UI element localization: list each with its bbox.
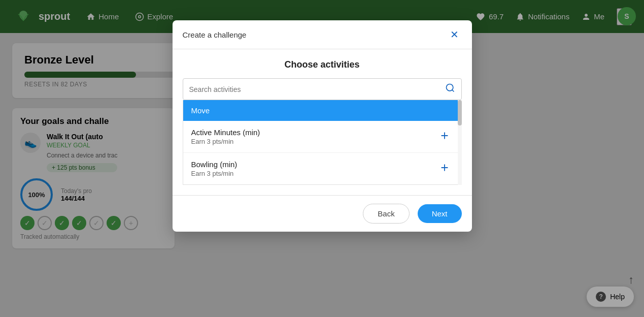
modal-footer: Back Next — [173, 195, 472, 232]
modal-section-title: Choose activities — [183, 59, 462, 70]
add-activity-0-button[interactable] — [436, 129, 453, 144]
modal-close-button[interactable]: ✕ — [447, 28, 462, 41]
search-bar — [183, 78, 462, 100]
add-activity-1-button[interactable] — [436, 161, 453, 176]
activity-item-0[interactable]: Active Minutes (min) Earn 3 pts/min — [183, 121, 461, 153]
modal-overlay: Create a challenge ✕ Choose activities M… — [0, 0, 644, 317]
search-icon — [445, 83, 455, 96]
activity-name-1: Bowling (min) — [191, 160, 238, 169]
search-input[interactable] — [189, 85, 445, 93]
activity-name-0: Active Minutes (min) — [191, 128, 260, 137]
scrollbar-track — [458, 100, 462, 185]
next-button[interactable]: Next — [418, 204, 462, 223]
modal-title: Create a challenge — [183, 30, 247, 39]
activity-list-container: Move Active Minutes (min) Earn 3 pts/min… — [183, 100, 462, 185]
svg-line-7 — [452, 90, 454, 92]
modal-header: Create a challenge ✕ — [173, 20, 472, 49]
svg-point-6 — [446, 84, 453, 91]
modal: Create a challenge ✕ Choose activities M… — [173, 20, 472, 232]
activity-item-1[interactable]: Bowling (min) Earn 3 pts/min — [183, 153, 461, 184]
activity-item-info-0: Active Minutes (min) Earn 3 pts/min — [191, 128, 260, 145]
back-button[interactable]: Back — [363, 204, 409, 224]
activity-category: Move — [183, 100, 461, 121]
modal-body: Choose activities Move Active Minutes (m… — [173, 49, 472, 195]
scrollbar-thumb[interactable] — [458, 100, 462, 125]
activity-list: Move Active Minutes (min) Earn 3 pts/min… — [183, 100, 462, 185]
activity-item-info-1: Bowling (min) Earn 3 pts/min — [191, 160, 238, 177]
activity-pts-0: Earn 3 pts/min — [191, 138, 260, 145]
activity-pts-1: Earn 3 pts/min — [191, 170, 238, 177]
